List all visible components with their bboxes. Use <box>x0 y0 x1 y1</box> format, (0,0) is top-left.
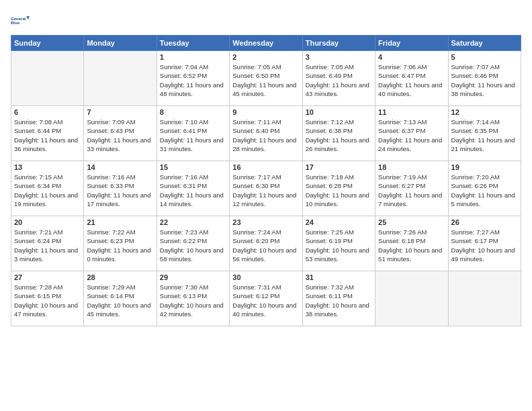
weekday-header-row: SundayMondayTuesdayWednesdayThursdayFrid… <box>11 36 521 51</box>
day-number: 6 <box>14 108 81 116</box>
day-info: Sunrise: 7:30 AM Sunset: 6:13 PM Dayligh… <box>160 283 226 318</box>
calendar-cell: 6Sunrise: 7:08 AM Sunset: 6:44 PM Daylig… <box>11 106 84 161</box>
day-info: Sunrise: 7:05 AM Sunset: 6:49 PM Dayligh… <box>306 62 372 98</box>
day-number: 7 <box>87 108 153 116</box>
day-number: 13 <box>14 163 81 171</box>
day-number: 5 <box>451 53 518 61</box>
calendar-cell: 19Sunrise: 7:20 AM Sunset: 6:26 PM Dayli… <box>448 161 521 216</box>
day-info: Sunrise: 7:09 AM Sunset: 6:43 PM Dayligh… <box>87 118 153 153</box>
calendar-cell: 29Sunrise: 7:30 AM Sunset: 6:13 PM Dayli… <box>157 271 229 326</box>
day-info: Sunrise: 7:15 AM Sunset: 6:34 PM Dayligh… <box>14 173 81 208</box>
day-info: Sunrise: 7:19 AM Sunset: 6:27 PM Dayligh… <box>378 173 445 208</box>
day-number: 26 <box>451 218 518 226</box>
calendar-cell: 30Sunrise: 7:31 AM Sunset: 6:12 PM Dayli… <box>230 271 302 326</box>
day-info: Sunrise: 7:16 AM Sunset: 6:33 PM Dayligh… <box>87 173 153 208</box>
day-number: 4 <box>378 53 445 61</box>
calendar-cell: 27Sunrise: 7:28 AM Sunset: 6:15 PM Dayli… <box>11 271 84 326</box>
calendar-cell: 13Sunrise: 7:15 AM Sunset: 6:34 PM Dayli… <box>11 161 84 216</box>
calendar-cell: 23Sunrise: 7:24 AM Sunset: 6:20 PM Dayli… <box>230 216 302 271</box>
day-info: Sunrise: 7:10 AM Sunset: 6:41 PM Dayligh… <box>160 118 226 153</box>
weekday-header-saturday: Saturday <box>448 36 521 51</box>
calendar-cell <box>375 271 448 326</box>
weekday-header-friday: Friday <box>375 36 448 51</box>
calendar-cell: 14Sunrise: 7:16 AM Sunset: 6:33 PM Dayli… <box>84 161 157 216</box>
day-info: Sunrise: 7:07 AM Sunset: 6:46 PM Dayligh… <box>451 62 518 98</box>
day-number: 12 <box>451 108 518 116</box>
calendar-cell: 10Sunrise: 7:12 AM Sunset: 6:38 PM Dayli… <box>302 106 375 161</box>
page-header: GeneralBlue <box>11 11 521 30</box>
day-number: 17 <box>306 163 372 171</box>
day-info: Sunrise: 7:08 AM Sunset: 6:44 PM Dayligh… <box>14 118 81 153</box>
day-info: Sunrise: 7:05 AM Sunset: 6:50 PM Dayligh… <box>232 62 299 98</box>
day-number: 9 <box>232 108 299 116</box>
calendar-cell: 1Sunrise: 7:04 AM Sunset: 6:52 PM Daylig… <box>157 51 229 106</box>
calendar-cell: 8Sunrise: 7:10 AM Sunset: 6:41 PM Daylig… <box>157 106 229 161</box>
logo: GeneralBlue <box>11 11 30 30</box>
calendar-cell: 31Sunrise: 7:32 AM Sunset: 6:11 PM Dayli… <box>302 271 375 326</box>
day-number: 25 <box>378 218 445 226</box>
calendar-cell: 20Sunrise: 7:21 AM Sunset: 6:24 PM Dayli… <box>11 216 84 271</box>
calendar-cell: 24Sunrise: 7:25 AM Sunset: 6:19 PM Dayli… <box>302 216 375 271</box>
day-info: Sunrise: 7:06 AM Sunset: 6:47 PM Dayligh… <box>378 62 445 98</box>
day-number: 19 <box>451 163 518 171</box>
svg-text:Blue: Blue <box>11 21 20 25</box>
day-info: Sunrise: 7:26 AM Sunset: 6:18 PM Dayligh… <box>378 228 445 263</box>
day-number: 23 <box>232 218 299 226</box>
day-info: Sunrise: 7:24 AM Sunset: 6:20 PM Dayligh… <box>232 228 299 263</box>
calendar-cell: 3Sunrise: 7:05 AM Sunset: 6:49 PM Daylig… <box>302 51 375 106</box>
day-info: Sunrise: 7:13 AM Sunset: 6:37 PM Dayligh… <box>378 118 445 153</box>
day-number: 1 <box>160 53 226 61</box>
day-number: 24 <box>306 218 372 226</box>
week-row-4: 20Sunrise: 7:21 AM Sunset: 6:24 PM Dayli… <box>11 216 521 271</box>
day-number: 15 <box>160 163 226 171</box>
day-number: 10 <box>306 108 372 116</box>
day-info: Sunrise: 7:17 AM Sunset: 6:30 PM Dayligh… <box>232 173 299 208</box>
day-info: Sunrise: 7:16 AM Sunset: 6:31 PM Dayligh… <box>160 173 226 208</box>
day-number: 22 <box>160 218 226 226</box>
calendar-cell: 22Sunrise: 7:23 AM Sunset: 6:22 PM Dayli… <box>157 216 229 271</box>
calendar-cell: 7Sunrise: 7:09 AM Sunset: 6:43 PM Daylig… <box>84 106 157 161</box>
calendar-cell: 5Sunrise: 7:07 AM Sunset: 6:46 PM Daylig… <box>448 51 521 106</box>
day-info: Sunrise: 7:20 AM Sunset: 6:26 PM Dayligh… <box>451 173 518 208</box>
day-info: Sunrise: 7:23 AM Sunset: 6:22 PM Dayligh… <box>160 228 226 263</box>
day-info: Sunrise: 7:29 AM Sunset: 6:14 PM Dayligh… <box>87 283 153 318</box>
day-info: Sunrise: 7:27 AM Sunset: 6:17 PM Dayligh… <box>451 228 518 263</box>
day-number: 31 <box>306 273 372 281</box>
day-number: 28 <box>87 273 153 281</box>
day-info: Sunrise: 7:28 AM Sunset: 6:15 PM Dayligh… <box>14 283 81 318</box>
calendar-cell: 11Sunrise: 7:13 AM Sunset: 6:37 PM Dayli… <box>375 106 448 161</box>
calendar-cell: 9Sunrise: 7:11 AM Sunset: 6:40 PM Daylig… <box>230 106 302 161</box>
day-info: Sunrise: 7:22 AM Sunset: 6:23 PM Dayligh… <box>87 228 153 263</box>
svg-marker-2 <box>26 16 30 20</box>
calendar-cell: 28Sunrise: 7:29 AM Sunset: 6:14 PM Dayli… <box>84 271 157 326</box>
day-number: 16 <box>232 163 299 171</box>
calendar-cell: 25Sunrise: 7:26 AM Sunset: 6:18 PM Dayli… <box>375 216 448 271</box>
day-info: Sunrise: 7:11 AM Sunset: 6:40 PM Dayligh… <box>232 118 299 153</box>
day-number: 30 <box>232 273 299 281</box>
week-row-3: 13Sunrise: 7:15 AM Sunset: 6:34 PM Dayli… <box>11 161 521 216</box>
weekday-header-sunday: Sunday <box>11 36 84 51</box>
calendar-cell: 16Sunrise: 7:17 AM Sunset: 6:30 PM Dayli… <box>230 161 302 216</box>
day-number: 3 <box>306 53 372 61</box>
calendar-cell: 12Sunrise: 7:14 AM Sunset: 6:35 PM Dayli… <box>448 106 521 161</box>
calendar-cell: 18Sunrise: 7:19 AM Sunset: 6:27 PM Dayli… <box>375 161 448 216</box>
weekday-header-tuesday: Tuesday <box>157 36 229 51</box>
day-info: Sunrise: 7:25 AM Sunset: 6:19 PM Dayligh… <box>306 228 372 263</box>
calendar-cell <box>84 51 157 106</box>
calendar-cell <box>11 51 84 106</box>
day-info: Sunrise: 7:18 AM Sunset: 6:28 PM Dayligh… <box>306 173 372 208</box>
day-number: 2 <box>232 53 299 61</box>
day-number: 11 <box>378 108 445 116</box>
day-number: 27 <box>14 273 81 281</box>
svg-text:General: General <box>11 17 26 21</box>
day-number: 18 <box>378 163 445 171</box>
calendar-cell: 15Sunrise: 7:16 AM Sunset: 6:31 PM Dayli… <box>157 161 229 216</box>
week-row-5: 27Sunrise: 7:28 AM Sunset: 6:15 PM Dayli… <box>11 271 521 326</box>
day-number: 21 <box>87 218 153 226</box>
day-info: Sunrise: 7:21 AM Sunset: 6:24 PM Dayligh… <box>14 228 81 263</box>
week-row-2: 6Sunrise: 7:08 AM Sunset: 6:44 PM Daylig… <box>11 106 521 161</box>
calendar-cell <box>448 271 521 326</box>
calendar-table: SundayMondayTuesdayWednesdayThursdayFrid… <box>11 35 521 326</box>
day-number: 8 <box>160 108 226 116</box>
day-info: Sunrise: 7:14 AM Sunset: 6:35 PM Dayligh… <box>451 118 518 153</box>
